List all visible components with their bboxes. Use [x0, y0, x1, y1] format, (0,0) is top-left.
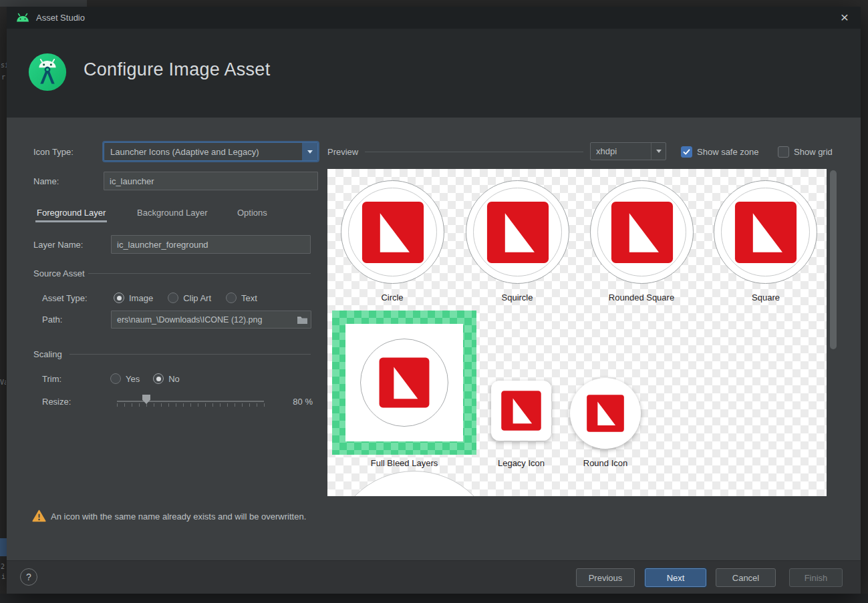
radio-label: Image — [129, 293, 153, 303]
path-value: ers\naum_\Downloads\ICONE (12).png — [117, 315, 297, 325]
safe-zone-ring — [348, 188, 437, 276]
ide-edge-fragment: si — [1, 61, 7, 69]
preview-item-label: Squircle — [464, 292, 571, 303]
resize-label: Resize: — [42, 395, 71, 408]
preview-canvas: Circle Squircle Rounded Square Square — [327, 169, 827, 496]
tab-label: Foreground Layer — [37, 208, 106, 218]
radio-trim-no[interactable]: No — [153, 373, 180, 384]
preview-square — [714, 180, 817, 284]
preview-label: Preview — [327, 142, 358, 161]
name-input[interactable]: ic_launcher — [104, 172, 318, 190]
help-button[interactable]: ? — [20, 568, 37, 586]
preview-item-label: Full Bleed Layers — [351, 458, 458, 468]
ide-statusbar-strip — [0, 594, 868, 603]
chevron-down-icon[interactable] — [302, 143, 317, 160]
asset-studio-dialog: Asset Studio × Configure Image Asset Ico… — [7, 7, 861, 594]
section-divider — [88, 273, 311, 274]
show-safe-zone-option[interactable]: Show safe zone — [681, 146, 759, 158]
resize-slider-thumb[interactable] — [142, 395, 150, 404]
safe-zone-ring — [360, 339, 448, 427]
checkbox-label: Show safe zone — [697, 147, 759, 157]
radio-trim-yes[interactable]: Yes — [110, 373, 140, 384]
preview-item-label: Circle — [339, 292, 446, 303]
cancel-button[interactable]: Cancel — [716, 568, 776, 587]
preview-item-label: Rounded Square — [588, 292, 695, 303]
window-title: Asset Studio — [36, 13, 85, 23]
preview-partial-item — [331, 471, 498, 496]
titlebar: Asset Studio × — [7, 7, 861, 29]
radio-label: No — [168, 374, 180, 384]
resize-slider-ticks — [117, 403, 265, 407]
chevron-down-icon[interactable] — [651, 143, 666, 160]
radio-label: Clip Art — [183, 293, 211, 303]
radio-selected-icon[interactable] — [114, 292, 124, 303]
path-label: Path: — [42, 311, 62, 329]
android-icon — [15, 13, 30, 23]
tab-foreground-layer[interactable]: Foreground Layer — [37, 202, 106, 222]
trim-label: Trim: — [42, 374, 110, 384]
density-dropdown[interactable]: xhdpi — [590, 142, 666, 160]
preview-rounded-square — [590, 180, 694, 284]
ide-edge-fragment: 2 — [1, 563, 7, 570]
checkbox-icon[interactable] — [778, 146, 789, 158]
layer-name-value: ic_launcher_foreground — [117, 240, 208, 250]
dialog-footer: ? Previous Next Cancel Finish — [7, 560, 861, 594]
scrollbar-thumb[interactable] — [830, 170, 837, 349]
close-icon[interactable]: × — [841, 9, 849, 26]
warning-text: An icon with the same name already exist… — [51, 510, 306, 522]
radio-icon[interactable] — [226, 292, 237, 303]
ide-background-tab — [0, 0, 87, 7]
preview-divider — [365, 152, 583, 152]
tab-background-layer[interactable]: Background Layer — [137, 202, 208, 222]
tab-label: Background Layer — [137, 208, 208, 218]
name-value: ic_launcher — [110, 176, 154, 186]
source-asset-section-label: Source Asset — [33, 267, 85, 279]
radio-image[interactable]: Image — [114, 292, 153, 303]
screen: si r Va 2 i Asset Studio × — [0, 0, 868, 603]
finish-button: Finish — [789, 568, 843, 587]
icon-type-dropdown[interactable]: Launcher Icons (Adaptive and Legacy) — [104, 142, 318, 161]
radio-selected-icon[interactable] — [153, 373, 164, 384]
asset-studio-logo-icon — [27, 51, 68, 93]
preview-item-label: Round Icon — [552, 458, 659, 468]
name-label: Name: — [33, 172, 59, 190]
asset-icon — [586, 394, 625, 433]
previous-button[interactable]: Previous — [576, 568, 635, 587]
asset-icon — [500, 390, 542, 431]
folder-icon[interactable] — [297, 315, 308, 325]
radio-icon[interactable] — [168, 292, 178, 303]
radio-clip-art[interactable]: Clip Art — [168, 292, 211, 303]
icon-type-label: Icon Type: — [33, 142, 74, 161]
preview-circle — [341, 180, 444, 284]
path-input[interactable]: ers\naum_\Downloads\ICONE (12).png — [111, 311, 311, 329]
checkbox-checked-icon[interactable] — [681, 146, 692, 158]
dialog-header: Configure Image Asset — [7, 29, 861, 118]
safe-zone-ring — [721, 188, 810, 276]
radio-icon[interactable] — [110, 373, 121, 384]
safe-zone-ring — [597, 188, 686, 276]
full-bleed-inner — [345, 324, 463, 441]
tab-options[interactable]: Options — [237, 202, 267, 222]
layer-name-label: Layer Name: — [33, 235, 83, 254]
page-title: Configure Image Asset — [84, 59, 270, 80]
checkbox-label: Show grid — [794, 147, 833, 157]
radio-label: Text — [241, 293, 257, 303]
show-grid-option[interactable]: Show grid — [778, 146, 833, 158]
preview-full-bleed-selected — [332, 311, 476, 455]
preview-item-label: Square — [712, 292, 819, 303]
layer-name-input[interactable]: ic_launcher_foreground — [111, 235, 311, 254]
icon-type-value: Launcher Icons (Adaptive and Legacy) — [104, 147, 302, 157]
warning-icon — [32, 510, 46, 522]
trim-row: Trim: Yes No — [42, 371, 180, 387]
ide-edge-fragment: Va — [0, 379, 6, 386]
asset-type-row: Asset Type: Image Clip Art Text — [42, 290, 257, 306]
resize-slider-track[interactable] — [117, 401, 264, 402]
tab-label: Options — [237, 208, 267, 218]
radio-text[interactable]: Text — [226, 292, 257, 303]
asset-type-label: Asset Type: — [42, 293, 114, 303]
section-divider — [69, 354, 311, 355]
radio-label: Yes — [126, 374, 140, 384]
next-button[interactable]: Next — [645, 568, 706, 587]
preview-round-icon — [570, 378, 641, 449]
density-value: xhdpi — [591, 146, 651, 156]
